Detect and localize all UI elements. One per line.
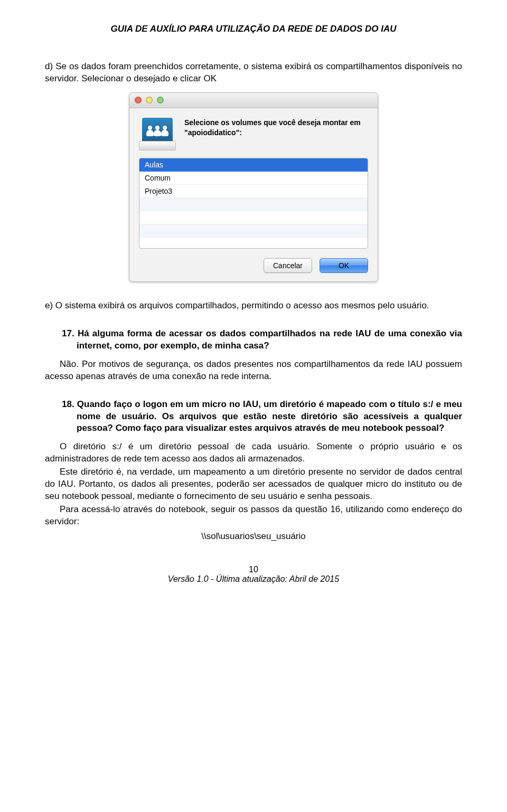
- footer-version: Versão 1.0 - Última atualização: Abril d…: [45, 574, 462, 584]
- question-18: 18. Quando faço o logon em um micro no I…: [45, 399, 462, 435]
- answer-18-p2: Este diretório é, na verdade, um mapeame…: [45, 466, 462, 503]
- close-icon[interactable]: [135, 97, 142, 103]
- list-item-empty: [139, 211, 368, 224]
- list-item-empty: [139, 238, 368, 249]
- list-item[interactable]: Projeto3: [139, 185, 368, 198]
- screenshot-dialog: Selecione os volumes que você deseja mon…: [45, 92, 462, 282]
- cancel-button[interactable]: Cancelar: [264, 258, 312, 273]
- server-path: \\sol\usuarios\seu_usuário: [45, 531, 462, 542]
- mac-dialog-window: Selecione os volumes que você deseja mon…: [129, 92, 378, 282]
- minimize-icon[interactable]: [146, 97, 153, 103]
- question-17: 17. Há alguma forma de acessar os dados …: [45, 328, 462, 352]
- page-header-title: GUIA DE AUXÍLIO PARA UTILIZAÇÃO DA REDE …: [45, 24, 462, 34]
- answer-17: Não. Por motivos de segurança, os dados …: [45, 358, 462, 383]
- answer-18-p1: O diretório s:/ é um diretório pessoal d…: [45, 441, 462, 465]
- network-drive-icon: [139, 118, 176, 150]
- list-item[interactable]: Aulas: [139, 158, 368, 172]
- volumes-listbox[interactable]: Aulas Comum Projeto3: [139, 158, 368, 249]
- paragraph-d: d) Se os dados foram preenchidos correta…: [45, 61, 462, 85]
- list-item[interactable]: Comum: [139, 172, 368, 185]
- dialog-message: Selecione os volumes que você deseja mon…: [184, 118, 368, 138]
- page-number: 10: [45, 565, 462, 574]
- ok-button[interactable]: OK: [320, 258, 368, 273]
- zoom-icon[interactable]: [157, 97, 164, 103]
- list-item-empty: [139, 198, 368, 211]
- window-titlebar: [129, 93, 378, 108]
- answer-18-p3: Para acessá-lo através do notebook, segu…: [45, 504, 462, 528]
- paragraph-e: e) O sistema exibirá os arquivos compart…: [45, 300, 462, 312]
- list-item-empty: [139, 224, 368, 238]
